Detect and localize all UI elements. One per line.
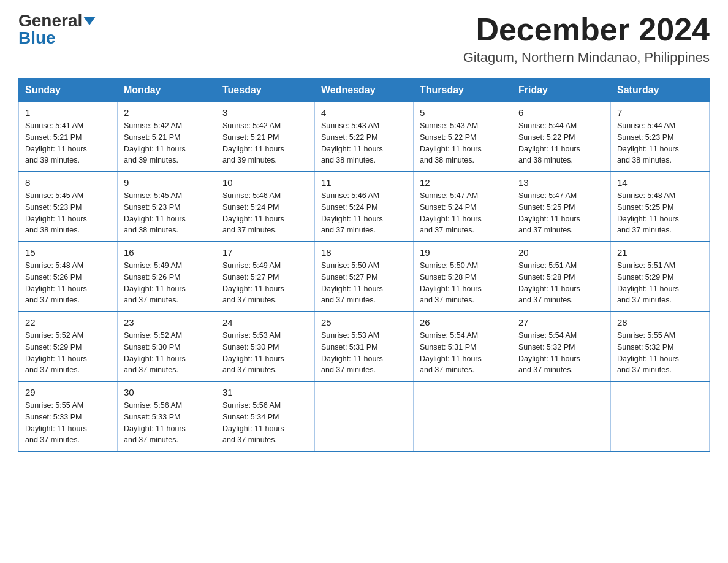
day-number: 29 xyxy=(25,387,111,397)
weekday-header-tuesday: Tuesday xyxy=(216,79,315,102)
logo: General Blue xyxy=(18,12,96,47)
weekday-header-sunday: Sunday xyxy=(19,79,118,102)
calendar-cell: 3Sunrise: 5:42 AM Sunset: 5:21 PM Daylig… xyxy=(216,102,315,172)
day-number: 7 xyxy=(617,107,703,118)
day-info: Sunrise: 5:52 AM Sunset: 5:30 PM Dayligh… xyxy=(124,330,210,376)
day-info: Sunrise: 5:56 AM Sunset: 5:33 PM Dayligh… xyxy=(124,400,210,446)
calendar-cell: 13Sunrise: 5:47 AM Sunset: 5:25 PM Dayli… xyxy=(512,172,611,242)
calendar-cell xyxy=(611,381,710,451)
day-info: Sunrise: 5:50 AM Sunset: 5:27 PM Dayligh… xyxy=(321,260,407,306)
day-number: 31 xyxy=(222,387,308,397)
day-number: 19 xyxy=(420,247,506,258)
day-info: Sunrise: 5:54 AM Sunset: 5:31 PM Dayligh… xyxy=(420,330,506,376)
title-area: December 2024 Gitagum, Northern Mindanao… xyxy=(463,12,710,66)
day-info: Sunrise: 5:47 AM Sunset: 5:25 PM Dayligh… xyxy=(518,190,604,236)
day-info: Sunrise: 5:43 AM Sunset: 5:22 PM Dayligh… xyxy=(321,120,407,166)
calendar-cell: 7Sunrise: 5:44 AM Sunset: 5:23 PM Daylig… xyxy=(611,102,710,172)
logo-blue-text: Blue xyxy=(18,29,56,47)
day-number: 10 xyxy=(222,177,308,188)
calendar-cell: 31Sunrise: 5:56 AM Sunset: 5:34 PM Dayli… xyxy=(216,381,315,451)
calendar-cell: 2Sunrise: 5:42 AM Sunset: 5:21 PM Daylig… xyxy=(118,102,216,172)
day-number: 9 xyxy=(124,177,210,188)
calendar-cell: 25Sunrise: 5:53 AM Sunset: 5:31 PM Dayli… xyxy=(315,312,414,381)
day-info: Sunrise: 5:55 AM Sunset: 5:32 PM Dayligh… xyxy=(617,330,703,376)
calendar-cell: 11Sunrise: 5:46 AM Sunset: 5:24 PM Dayli… xyxy=(315,172,414,242)
day-info: Sunrise: 5:49 AM Sunset: 5:26 PM Dayligh… xyxy=(124,260,210,306)
day-info: Sunrise: 5:56 AM Sunset: 5:34 PM Dayligh… xyxy=(222,400,308,446)
day-info: Sunrise: 5:48 AM Sunset: 5:26 PM Dayligh… xyxy=(25,260,111,306)
day-number: 30 xyxy=(124,387,210,397)
day-number: 16 xyxy=(124,247,210,258)
day-info: Sunrise: 5:48 AM Sunset: 5:25 PM Dayligh… xyxy=(617,190,703,236)
day-number: 8 xyxy=(25,177,111,188)
day-number: 5 xyxy=(420,107,506,118)
logo-triangle-icon xyxy=(83,17,96,25)
calendar-table: SundayMondayTuesdayWednesdayThursdayFrid… xyxy=(18,78,710,452)
day-info: Sunrise: 5:44 AM Sunset: 5:23 PM Dayligh… xyxy=(617,120,703,166)
day-info: Sunrise: 5:46 AM Sunset: 5:24 PM Dayligh… xyxy=(321,190,407,236)
day-info: Sunrise: 5:51 AM Sunset: 5:28 PM Dayligh… xyxy=(518,260,604,306)
calendar-week-row: 1Sunrise: 5:41 AM Sunset: 5:21 PM Daylig… xyxy=(19,102,710,172)
calendar-cell: 9Sunrise: 5:45 AM Sunset: 5:23 PM Daylig… xyxy=(118,172,216,242)
calendar-cell: 23Sunrise: 5:52 AM Sunset: 5:30 PM Dayli… xyxy=(118,312,216,381)
day-info: Sunrise: 5:50 AM Sunset: 5:28 PM Dayligh… xyxy=(420,260,506,306)
calendar-week-row: 29Sunrise: 5:55 AM Sunset: 5:33 PM Dayli… xyxy=(19,381,710,451)
weekday-header-wednesday: Wednesday xyxy=(315,79,414,102)
calendar-week-row: 8Sunrise: 5:45 AM Sunset: 5:23 PM Daylig… xyxy=(19,172,710,242)
day-number: 26 xyxy=(420,317,506,327)
calendar-cell: 8Sunrise: 5:45 AM Sunset: 5:23 PM Daylig… xyxy=(19,172,118,242)
calendar-cell: 17Sunrise: 5:49 AM Sunset: 5:27 PM Dayli… xyxy=(216,242,315,312)
day-number: 21 xyxy=(617,247,703,258)
calendar-cell: 22Sunrise: 5:52 AM Sunset: 5:29 PM Dayli… xyxy=(19,312,118,381)
calendar-cell: 15Sunrise: 5:48 AM Sunset: 5:26 PM Dayli… xyxy=(19,242,118,312)
day-info: Sunrise: 5:47 AM Sunset: 5:24 PM Dayligh… xyxy=(420,190,506,236)
day-number: 12 xyxy=(420,177,506,188)
month-title: December 2024 xyxy=(463,12,710,47)
day-info: Sunrise: 5:53 AM Sunset: 5:31 PM Dayligh… xyxy=(321,330,407,376)
day-number: 17 xyxy=(222,247,308,258)
weekday-header-thursday: Thursday xyxy=(414,79,512,102)
day-number: 1 xyxy=(25,107,111,118)
logo-general-text: General xyxy=(18,12,82,29)
calendar-cell: 12Sunrise: 5:47 AM Sunset: 5:24 PM Dayli… xyxy=(414,172,512,242)
day-info: Sunrise: 5:54 AM Sunset: 5:32 PM Dayligh… xyxy=(518,330,604,376)
day-number: 27 xyxy=(518,317,604,327)
day-number: 20 xyxy=(518,247,604,258)
weekday-header-saturday: Saturday xyxy=(611,79,710,102)
day-number: 6 xyxy=(518,107,604,118)
calendar-cell: 28Sunrise: 5:55 AM Sunset: 5:32 PM Dayli… xyxy=(611,312,710,381)
calendar-week-row: 22Sunrise: 5:52 AM Sunset: 5:29 PM Dayli… xyxy=(19,312,710,381)
calendar-cell: 20Sunrise: 5:51 AM Sunset: 5:28 PM Dayli… xyxy=(512,242,611,312)
day-number: 13 xyxy=(518,177,604,188)
calendar-cell: 14Sunrise: 5:48 AM Sunset: 5:25 PM Dayli… xyxy=(611,172,710,242)
day-number: 28 xyxy=(617,317,703,327)
weekday-header-friday: Friday xyxy=(512,79,611,102)
day-info: Sunrise: 5:43 AM Sunset: 5:22 PM Dayligh… xyxy=(420,120,506,166)
day-info: Sunrise: 5:42 AM Sunset: 5:21 PM Dayligh… xyxy=(222,120,308,166)
calendar-cell: 29Sunrise: 5:55 AM Sunset: 5:33 PM Dayli… xyxy=(19,381,118,451)
calendar-cell: 4Sunrise: 5:43 AM Sunset: 5:22 PM Daylig… xyxy=(315,102,414,172)
calendar-cell xyxy=(414,381,512,451)
day-number: 24 xyxy=(222,317,308,327)
day-number: 14 xyxy=(617,177,703,188)
calendar-cell: 5Sunrise: 5:43 AM Sunset: 5:22 PM Daylig… xyxy=(414,102,512,172)
calendar-cell xyxy=(512,381,611,451)
day-info: Sunrise: 5:55 AM Sunset: 5:33 PM Dayligh… xyxy=(25,400,111,446)
calendar-cell: 26Sunrise: 5:54 AM Sunset: 5:31 PM Dayli… xyxy=(414,312,512,381)
day-number: 3 xyxy=(222,107,308,118)
day-number: 11 xyxy=(321,177,407,188)
day-info: Sunrise: 5:52 AM Sunset: 5:29 PM Dayligh… xyxy=(25,330,111,376)
calendar-cell: 18Sunrise: 5:50 AM Sunset: 5:27 PM Dayli… xyxy=(315,242,414,312)
location-title: Gitagum, Northern Mindanao, Philippines xyxy=(463,50,710,66)
day-info: Sunrise: 5:53 AM Sunset: 5:30 PM Dayligh… xyxy=(222,330,308,376)
day-number: 25 xyxy=(321,317,407,327)
calendar-cell: 16Sunrise: 5:49 AM Sunset: 5:26 PM Dayli… xyxy=(118,242,216,312)
calendar-week-row: 15Sunrise: 5:48 AM Sunset: 5:26 PM Dayli… xyxy=(19,242,710,312)
day-info: Sunrise: 5:49 AM Sunset: 5:27 PM Dayligh… xyxy=(222,260,308,306)
day-number: 23 xyxy=(124,317,210,327)
calendar-cell: 19Sunrise: 5:50 AM Sunset: 5:28 PM Dayli… xyxy=(414,242,512,312)
calendar-header-row: SundayMondayTuesdayWednesdayThursdayFrid… xyxy=(19,79,710,102)
day-info: Sunrise: 5:44 AM Sunset: 5:22 PM Dayligh… xyxy=(518,120,604,166)
day-number: 15 xyxy=(25,247,111,258)
day-info: Sunrise: 5:45 AM Sunset: 5:23 PM Dayligh… xyxy=(25,190,111,236)
